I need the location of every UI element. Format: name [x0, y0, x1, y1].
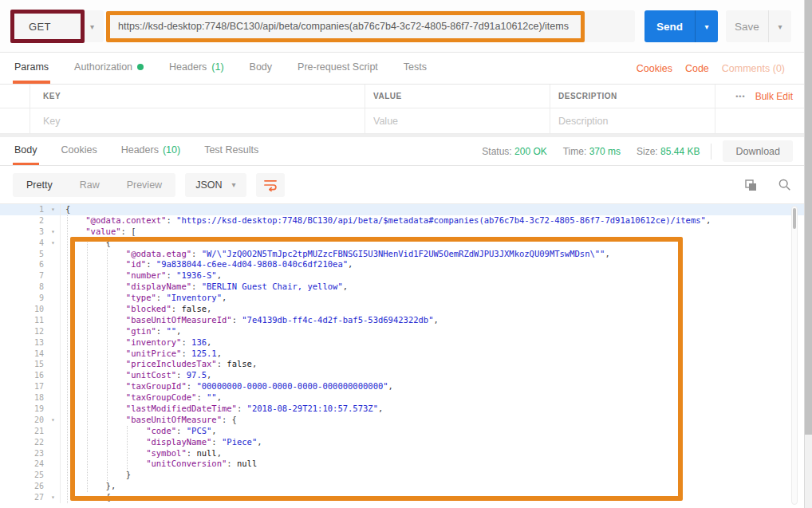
code-line-26[interactable]: 26 },: [0, 481, 804, 492]
tab-body[interactable]: Body: [248, 53, 274, 84]
line-number: 27: [0, 492, 46, 503]
fold-spacer: [46, 381, 60, 392]
code-line-4[interactable]: 4▾ {: [0, 238, 804, 249]
method-value: GET: [13, 21, 51, 33]
format-value: JSON: [195, 179, 222, 191]
param-key-input[interactable]: [43, 116, 349, 127]
code-line-6[interactable]: 6 "id": "9a838044-c6ee-4d04-9808-040c6df…: [0, 259, 804, 270]
column-header-value: VALUE: [373, 92, 402, 100]
window-scrollbar-track: [804, 0, 812, 508]
method-dropdown[interactable]: GET ▾: [13, 10, 104, 42]
view-mode-raw[interactable]: Raw: [66, 173, 113, 197]
fold-collapse-icon[interactable]: ▾: [46, 238, 60, 249]
save-button[interactable]: Save ▾: [726, 10, 791, 42]
more-actions-icon[interactable]: •••: [735, 93, 745, 100]
request-links: Cookies Code Comments (0): [637, 53, 804, 84]
params-table-header: KEY VALUE DESCRIPTION ••• Bulk Edit: [0, 85, 804, 108]
code-line-9[interactable]: 9 "type": "Inventory",: [0, 293, 804, 304]
format-dropdown[interactable]: JSON ▾: [185, 173, 246, 197]
size-value: 85.44 KB: [660, 146, 700, 157]
line-number: 2: [0, 215, 46, 226]
code-line-21[interactable]: 21 "code": "PCS",: [0, 426, 804, 437]
auth-status-dot-icon: [137, 64, 144, 70]
fold-collapse-icon[interactable]: ▾: [46, 492, 60, 503]
fold-collapse-icon[interactable]: ▾: [46, 204, 60, 215]
code-line-16[interactable]: 16 "unitCost": 97.5,: [0, 370, 804, 381]
tab-authorization[interactable]: Authorization: [73, 53, 145, 84]
comments-link[interactable]: Comments (0): [722, 63, 785, 74]
tab-label: Tests: [404, 61, 427, 73]
time-value: 370 ms: [589, 146, 621, 157]
code-line-13[interactable]: 13 "inventory": 136,: [0, 337, 804, 349]
editor-scrollbar-thumb[interactable]: [793, 208, 796, 229]
code-line-3[interactable]: 3▾ "value": [: [0, 226, 804, 238]
code-text: "type": "Inventory",: [60, 293, 804, 304]
code-line-27[interactable]: 27▾ {: [0, 492, 804, 503]
copy-button[interactable]: [744, 179, 757, 191]
time-stat: Time: 370 ms: [563, 146, 621, 157]
line-number: 6: [0, 259, 46, 270]
tab-label: Pre-request Script: [298, 61, 378, 73]
tab-pre-request-script[interactable]: Pre-request Script: [296, 53, 380, 84]
fold-spacer: [46, 215, 60, 226]
code-text: "unitPrice": 125.1,: [60, 349, 804, 360]
tab-tests[interactable]: Tests: [402, 53, 428, 84]
divider: [711, 144, 711, 159]
code-line-2[interactable]: 2 "@odata.context": "https://ksd-desktop…: [0, 215, 804, 226]
save-label: Save: [726, 10, 768, 42]
code-line-20[interactable]: 20▾ "baseUnitOfMeasure": {: [0, 415, 804, 426]
code-line-12[interactable]: 12 "gtin": "",: [0, 326, 804, 337]
fold-spacer: [46, 370, 60, 381]
response-tab-headers[interactable]: Headers (10): [120, 137, 182, 165]
view-mode-preview[interactable]: Preview: [113, 173, 175, 197]
response-tab-test-results[interactable]: Test Results: [203, 137, 260, 165]
code-line-25[interactable]: 25 }: [0, 470, 804, 481]
save-options-caret-icon[interactable]: ▾: [768, 10, 791, 42]
send-options-caret-icon[interactable]: ▾: [695, 10, 718, 42]
code-text: "@odata.etag": "W/\"JzQ0O2N5TmJpc2tpMUZz…: [60, 249, 804, 260]
code-link[interactable]: Code: [685, 63, 709, 74]
response-meta-bar: Body Cookies Headers (10) Test Results S…: [0, 137, 804, 166]
status-value: 200 OK: [514, 146, 547, 157]
response-body-editor[interactable]: 1▾{2 "@odata.context": "https://ksd-desk…: [0, 204, 804, 508]
window-scrollbar-thumb[interactable]: [805, 0, 812, 435]
tab-label: Cookies: [61, 144, 97, 156]
code-line-5[interactable]: 5 "@odata.etag": "W/\"JzQ0O2N5TmJpc2tpMU…: [0, 249, 804, 260]
cookies-link[interactable]: Cookies: [637, 63, 672, 74]
code-line-17[interactable]: 17 "taxGroupId": "00000000-0000-0000-000…: [0, 381, 804, 392]
line-number: 13: [0, 337, 46, 349]
tab-label: Body: [250, 61, 273, 73]
send-button[interactable]: Send ▾: [644, 10, 718, 42]
view-mode-pretty[interactable]: Pretty: [13, 173, 66, 197]
tab-headers[interactable]: Headers (1): [168, 53, 226, 84]
response-tab-cookies[interactable]: Cookies: [60, 137, 99, 165]
line-number: 26: [0, 481, 46, 492]
param-value-input[interactable]: [373, 116, 541, 127]
code-line-19[interactable]: 19 "lastModifiedDateTime": "2018-08-29T2…: [0, 404, 804, 415]
code-line-15[interactable]: 15 "priceIncludesTax": false,: [0, 359, 804, 370]
code-line-11[interactable]: 11 "baseUnitOfMeasureId": "7e4139db-ff4c…: [0, 315, 804, 326]
response-tab-body[interactable]: Body: [13, 137, 39, 165]
code-line-10[interactable]: 10 "blocked": false,: [0, 304, 804, 315]
tab-params[interactable]: Params: [13, 53, 50, 84]
code-line-7[interactable]: 7 "number": "1936-S",: [0, 270, 804, 282]
code-line-8[interactable]: 8 "displayName": "BERLIN Guest Chair, ye…: [0, 282, 804, 293]
download-button[interactable]: Download: [723, 140, 793, 162]
url-input[interactable]: [108, 10, 635, 42]
code-line-1[interactable]: 1▾{: [0, 204, 804, 215]
search-button[interactable]: [778, 178, 791, 191]
fold-collapse-icon[interactable]: ▾: [46, 415, 60, 426]
param-description-input[interactable]: [558, 116, 707, 127]
code-line-18[interactable]: 18 "taxGroupCode": "",: [0, 392, 804, 404]
code-line-23[interactable]: 23 "symbol": null,: [0, 448, 804, 459]
code-line-24[interactable]: 24 "unitConversion": null: [0, 459, 804, 470]
fold-spacer: [46, 426, 60, 437]
wrap-text-button[interactable]: [256, 173, 285, 197]
code-line-22[interactable]: 22 "displayName": "Piece",: [0, 437, 804, 448]
bulk-edit-link[interactable]: Bulk Edit: [755, 91, 793, 102]
code-line-14[interactable]: 14 "unitPrice": 125.1,: [0, 349, 804, 360]
fold-collapse-icon[interactable]: ▾: [46, 226, 60, 238]
column-header-key: KEY: [43, 92, 61, 100]
fold-spacer: [46, 404, 60, 415]
line-number: 12: [0, 326, 46, 337]
